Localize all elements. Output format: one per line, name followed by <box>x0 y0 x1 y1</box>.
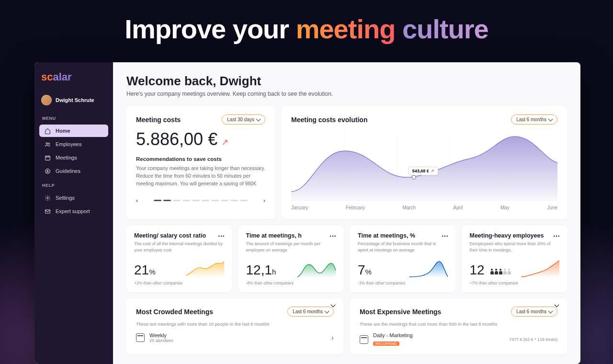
pager-next[interactable]: › <box>263 197 265 204</box>
collapse-toggle[interactable] <box>329 298 337 310</box>
menu-section-label: HELP <box>42 183 108 188</box>
sparkline <box>186 259 224 278</box>
more-icon[interactable]: ⋯ <box>218 232 225 240</box>
svg-point-4 <box>46 197 48 198</box>
more-icon[interactable]: ⋯ <box>553 232 560 240</box>
app-window: scalar Dwight Schrute MENU Home Employee… <box>34 62 580 364</box>
kpi-value: 12 <box>470 262 511 278</box>
kpi-delta: +2% than other companies <box>134 281 224 285</box>
pager-indicator[interactable] <box>163 200 171 201</box>
sparkline <box>297 259 336 278</box>
card-title: Meeting costs <box>136 116 181 124</box>
range-selector[interactable]: Last 6 months <box>287 307 334 317</box>
svg-point-0 <box>46 142 47 144</box>
recurring-badge: RECURRING <box>373 341 399 346</box>
people-icon <box>44 141 51 148</box>
svg-rect-2 <box>45 156 50 160</box>
kpi-title: Meeting/ salary cost ratio <box>134 232 224 239</box>
kpi-desc: The amount of meetings per month per emp… <box>246 241 336 253</box>
sidebar-item-meetings[interactable]: Meetings <box>39 151 108 164</box>
people-icons <box>490 269 511 274</box>
sidebar-item-label: Guidelines <box>56 168 80 174</box>
sidebar-item-support[interactable]: Expert support <box>39 205 108 217</box>
avatar <box>41 95 52 105</box>
recommendation-pager: ‹ › <box>136 197 265 204</box>
pager-indicator[interactable] <box>221 200 228 201</box>
page-title: Welcome back, Dwight <box>126 74 567 89</box>
kpi-title: Meeting-heavy employees <box>470 232 560 239</box>
chevron-down-icon <box>325 308 329 313</box>
main-content: Welcome back, Dwight Here's your company… <box>113 62 580 364</box>
logo: scalar <box>39 71 108 83</box>
pager-indicator[interactable] <box>240 200 248 201</box>
hero-title: Improve your meeting culture <box>0 0 613 52</box>
pager-indicator[interactable] <box>173 200 181 201</box>
sparkline <box>409 259 448 278</box>
more-icon[interactable]: ⋯ <box>329 232 337 240</box>
recommendation-title: Recommendations to save costs <box>136 156 265 162</box>
meeting-name: Weekly <box>149 332 327 338</box>
kpi-value: 21% <box>134 262 156 278</box>
range-selector[interactable]: Last 30 days <box>222 114 265 125</box>
svg-point-1 <box>48 143 49 144</box>
meeting-list-item[interactable]: Weekly 25 atendees › <box>136 332 334 343</box>
sidebar-item-guidelines[interactable]: Guidelines <box>39 165 108 177</box>
kpi-card-salary-ratio: ⋯ Meeting/ salary cost ratio The cost of… <box>126 226 232 292</box>
chart-x-axis: January February March April May June <box>291 205 557 210</box>
sidebar-item-label: Home <box>56 128 70 134</box>
sidebar-item-employees[interactable]: Employees <box>39 138 108 150</box>
collapse-toggle[interactable] <box>553 298 560 310</box>
card-subtitle: These are the meetings that cost more th… <box>360 321 557 327</box>
chevron-right-icon[interactable]: › <box>331 334 334 341</box>
kpi-desc: The cost of all the internal meetings di… <box>134 241 224 253</box>
kpi-desc: Percentage of the business month that is… <box>358 241 448 253</box>
menu-section-label: MENU <box>42 116 108 121</box>
kpi-title: Time at meetings, % <box>358 232 448 239</box>
kpi-value: 12,1h <box>246 262 276 278</box>
cost-value: 5.886,00 € ↗ <box>136 129 265 149</box>
expensive-meetings-card: Most Expensive Meetings Last 6 months Th… <box>350 299 567 354</box>
pager-indicator[interactable] <box>230 200 238 201</box>
sidebar-item-label: Expert support <box>56 208 90 214</box>
sparkline <box>521 259 559 278</box>
more-icon[interactable]: ⋯ <box>442 232 449 240</box>
pager-indicator[interactable] <box>192 200 200 201</box>
crowded-meetings-card: Most Crowded Meetings Last 6 months Thes… <box>126 299 343 354</box>
kpi-value: 7% <box>358 262 372 278</box>
pager-indicator[interactable] <box>202 200 209 201</box>
evolution-chart: 543,68 € ↗ <box>291 129 557 201</box>
chevron-down-icon <box>256 116 261 121</box>
chart-tooltip: 543,68 € ↗ <box>409 167 438 175</box>
kpi-card-time-percent: ⋯ Time at meetings, % Percentage of the … <box>350 226 455 292</box>
meeting-list-item[interactable]: Daily - Marketing RECURRING 7477 € (62 €… <box>360 332 557 347</box>
sidebar-item-label: Meetings <box>56 155 77 160</box>
trend-up-icon: ↗ <box>431 169 434 173</box>
pager-indicator[interactable] <box>182 200 190 201</box>
meeting-costs-card: Meeting costs Last 30 days 5.886,00 € ↗ … <box>126 106 275 219</box>
gear-icon <box>44 194 51 201</box>
chevron-down-icon <box>548 308 553 313</box>
sidebar-item-label: Settings <box>56 195 75 201</box>
card-title: Most Crowded Meetings <box>136 308 213 316</box>
pager-indicator[interactable] <box>154 200 161 201</box>
kpi-card-heavy-employees: ⋯ Meeting-heavy employees Eemployees who… <box>462 226 568 292</box>
sidebar-item-home[interactable]: Home <box>39 125 108 137</box>
user-name-label: Dwight Schrute <box>56 97 94 103</box>
chevron-down-icon <box>548 116 553 121</box>
sidebar-item-settings[interactable]: Settings <box>39 192 108 204</box>
kpi-delta: -3% than other companies <box>358 281 448 285</box>
card-subtitle: These are meetings with more than 10 peo… <box>136 321 334 327</box>
kpi-title: Time at meetings, h <box>246 232 336 239</box>
kpi-desc: Eemployees who spend more than 20% of th… <box>470 241 560 253</box>
recommendation-body: Your company meetings are taking longer … <box>136 165 265 187</box>
home-icon <box>44 127 51 134</box>
kpi-delta: -8% than other companies <box>246 281 336 285</box>
range-selector[interactable]: Last 6 months <box>511 307 557 317</box>
user-row[interactable]: Dwight Schrute <box>39 93 108 107</box>
kpi-delta: +7% than other companies <box>470 281 560 285</box>
range-selector[interactable]: Last 6 months <box>511 114 557 125</box>
mail-icon <box>44 208 51 215</box>
calendar-icon <box>136 333 145 342</box>
pager-indicator[interactable] <box>211 200 219 201</box>
sidebar: scalar Dwight Schrute MENU Home Employee… <box>34 62 113 364</box>
